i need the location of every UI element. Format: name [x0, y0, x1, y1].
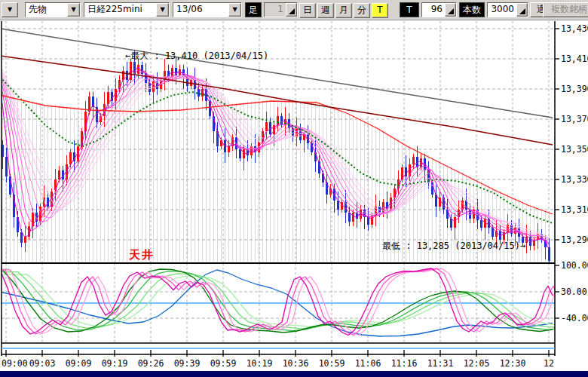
price-axis-label: 13,330	[561, 174, 588, 185]
time-axis-label: 11:16	[391, 358, 418, 369]
time-axis-label: 09:26	[138, 358, 164, 369]
price-axis-label: 13,290	[561, 234, 588, 245]
time-axis-label: 09:39	[174, 358, 201, 369]
period-buttons: 日週月分T	[299, 2, 389, 18]
period-button-4[interactable]: T	[372, 3, 388, 18]
annotation-min: 最低 : 13,285 (2013/04/15)→	[382, 240, 525, 253]
period-button-2[interactable]: 月	[335, 3, 352, 18]
instrument-type-value: 先物	[26, 3, 67, 17]
dropdown-arrow-icon[interactable]: ▼	[156, 3, 169, 17]
oscillator-pane	[0, 263, 580, 351]
main-pane	[0, 21, 555, 267]
time-axis-label: 11:31	[427, 358, 454, 369]
chart-area: 13,43013,41013,39013,37013,35013,33013,3…	[0, 21, 588, 371]
contract-month-combo[interactable]: 13/06 ▼	[173, 2, 242, 17]
time-axis-label: 10:59	[319, 358, 345, 369]
time-axis-label: 11:06	[355, 358, 381, 369]
dropdown-arrow-icon[interactable]: ▼	[67, 3, 80, 17]
period-button-0[interactable]: 日	[299, 3, 316, 18]
price-axis-label: 13,350	[561, 144, 588, 155]
time-axis-label: 09:00	[2, 358, 28, 369]
chart-window: ▼ 先物 ▼ 日経225mini ▼ 13/06 ▼ 足 1 日週月分T T 9…	[0, 0, 588, 377]
tick-count-value: 96	[422, 3, 445, 17]
time-axis-label: 10:36	[283, 358, 309, 369]
price-axis-label: 13,390	[561, 84, 588, 94]
annotation-max: ←最大 : 13,410 (2013/04/15)	[125, 50, 268, 63]
instrument-combo[interactable]: 日経225mini ▼	[84, 2, 170, 17]
spinner-icon[interactable]	[445, 3, 456, 17]
interval-value: 1	[265, 3, 286, 17]
price-axis-label: 13,370	[561, 114, 588, 124]
price-axis-label: 13,310	[561, 204, 588, 215]
spinner-icon[interactable]	[516, 3, 528, 17]
instrument-type-combo[interactable]: 先物 ▼	[25, 2, 81, 17]
annotation-ceiling: 天井	[129, 248, 155, 262]
time-axis-label: 09:03	[29, 358, 56, 369]
bars-count-value: 3000	[488, 3, 516, 17]
time-axis-label: 09:09	[66, 358, 92, 369]
spinner-icon[interactable]	[286, 3, 297, 17]
bars-label: 本数	[459, 2, 485, 17]
time-axis-label: 12	[544, 358, 554, 369]
period-button-3[interactable]: 分	[354, 3, 370, 18]
instrument-value: 日経225mini	[84, 3, 156, 17]
time-axis-label: 09:59	[210, 358, 237, 369]
price-axis-label: 13,430	[561, 23, 588, 34]
time-axis-label: 10:19	[247, 358, 273, 369]
osc-axis-label: 30.00	[561, 287, 587, 297]
multi-symbol-button[interactable]: 複数銘柄	[543, 2, 588, 17]
period-button-1[interactable]: 週	[317, 3, 334, 18]
contract-month-value: 13/06	[173, 3, 228, 17]
bars-count-field[interactable]: 3000	[487, 2, 528, 17]
dropdown-arrow-icon[interactable]: ▼	[228, 3, 241, 17]
osc-axis-label: -40.00	[561, 313, 588, 323]
collapse-button[interactable]: ▼	[2, 2, 18, 17]
price-axis-label: 13,410	[561, 54, 588, 64]
bottom-scrollbar[interactable]	[0, 371, 588, 377]
osc-axis-label: 100.00	[561, 260, 588, 271]
toolbar: ▼ 先物 ▼ 日経225mini ▼ 13/06 ▼ 足 1 日週月分T T 9…	[0, 0, 588, 21]
time-axis-label: 12:30	[500, 358, 526, 369]
time-axis-label: 09:19	[102, 358, 128, 369]
chart-canvas[interactable]: 13,43013,41013,39013,37013,35013,33013,3…	[0, 21, 588, 371]
tick-type-button[interactable]: T	[400, 2, 419, 17]
time-axis-label: 12:05	[464, 358, 490, 369]
tick-count-field[interactable]: 96	[421, 2, 457, 17]
ashi-label: 足	[245, 2, 262, 17]
interval-field[interactable]: 1	[264, 2, 298, 17]
